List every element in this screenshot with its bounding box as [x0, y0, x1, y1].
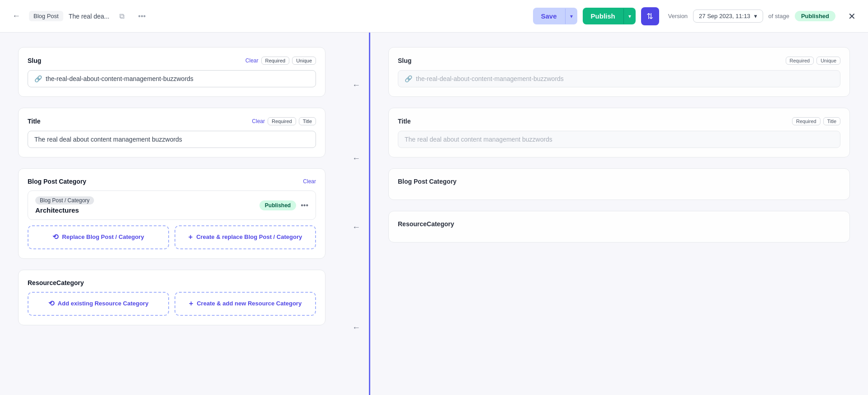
add-resource-category-button[interactable]: ⟲ Add existing Resource Category [28, 292, 169, 316]
right-panel: Slug Required Unique 🔗 the-real-deal-abo… [369, 33, 868, 395]
left-resource-category-section: ResourceCategory ⟲ Add existing Resource… [18, 270, 326, 325]
publish-caret-button[interactable]: ▾ [623, 9, 636, 24]
stage-published-badge: Published [795, 11, 835, 21]
left-slug-required: Required [261, 57, 290, 65]
left-title-required: Required [268, 117, 296, 125]
right-blog-category-section: Blog Post Category [388, 168, 850, 200]
blog-post-arrow-button[interactable]: ← [349, 220, 363, 234]
right-slug-link-icon: 🔗 [405, 75, 412, 82]
breadcrumb-title: The real dea... [69, 13, 109, 20]
create-resource-category-label: Create & add new Resource Category [197, 300, 302, 308]
more-button[interactable]: ••• [135, 9, 149, 24]
right-title-tag: Title [823, 117, 840, 125]
left-slug-section: Slug Clear Required Unique 🔗 the-real-de… [18, 47, 326, 97]
right-title-required: Required [792, 117, 821, 125]
left-blog-category-section: Blog Post Category Clear Blog Post / Cat… [18, 168, 326, 259]
left-blog-category-status: Published [259, 200, 296, 210]
right-slug-badges: Required Unique [786, 57, 841, 65]
breadcrumb-pill: Blog Post [29, 11, 63, 21]
version-select[interactable]: 27 Sep 2023, 11:13 ▾ [693, 10, 763, 23]
left-blog-category-clear[interactable]: Clear [303, 178, 316, 185]
create-replace-icon: + [189, 233, 193, 242]
right-title-badges: Required Title [792, 117, 840, 125]
left-blog-category-header: Blog Post Category Clear [28, 178, 316, 185]
back-icon: ← [12, 11, 20, 21]
add-resource-category-label: Add existing Resource Category [58, 300, 149, 308]
right-slug-unique: Unique [816, 57, 840, 65]
slug-arrow-icon: ← [352, 81, 360, 90]
left-slug-clear[interactable]: Clear [245, 57, 259, 64]
left-blog-category-right: Published ••• [259, 200, 308, 210]
right-slug-section: Slug Required Unique 🔗 the-real-deal-abo… [388, 47, 850, 97]
add-resource-icon: ⟲ [48, 299, 54, 309]
left-slug-header: Slug Clear Required Unique [28, 57, 316, 65]
left-slug-unique: Unique [292, 57, 316, 65]
right-slug-value: the-real-deal-about-content-management-b… [416, 75, 564, 82]
right-title-label: Title [398, 118, 411, 125]
title-arrow-icon: ← [352, 154, 360, 163]
publish-button-group: Publish ▾ [583, 8, 636, 24]
back-button[interactable]: ← [9, 9, 24, 24]
save-button-group: Save ▾ [533, 8, 577, 24]
slug-arrow-button[interactable]: ← [349, 78, 363, 92]
left-blog-category-label: Blog Post Category [28, 178, 86, 185]
swap-icon: ⇅ [646, 11, 653, 21]
slug-link-icon: 🔗 [34, 75, 42, 82]
create-replace-blog-category-label: Create & replace Blog Post / Category [196, 233, 302, 241]
left-resource-category-header: ResourceCategory [28, 279, 316, 286]
left-panel: Slug Clear Required Unique 🔗 the-real-de… [0, 33, 344, 395]
save-caret-icon: ▾ [570, 13, 573, 19]
publish-main-button[interactable]: Publish [583, 8, 623, 24]
right-blog-category-label: Blog Post Category [398, 178, 457, 185]
resource-arrow-button[interactable]: ← [349, 320, 363, 335]
create-replace-blog-category-button[interactable]: + Create & replace Blog Post / Category [175, 225, 316, 249]
right-title-header: Title Required Title [398, 117, 840, 125]
create-resource-category-button[interactable]: + Create & add new Resource Category [175, 292, 316, 316]
version-caret-icon: ▾ [754, 13, 757, 19]
left-blog-category-name: Architectures [35, 206, 94, 214]
divider-column: ← ← ← ← [344, 33, 369, 395]
right-slug-header: Slug Required Unique [398, 57, 840, 65]
left-blog-category-more[interactable]: ••• [301, 201, 308, 209]
replace-blog-category-button[interactable]: ⟲ Replace Blog Post / Category [28, 225, 169, 249]
right-resource-category-header: ResourceCategory [398, 220, 840, 228]
right-title-value: The real deal about content management b… [405, 136, 552, 143]
left-title-clear[interactable]: Clear [252, 118, 265, 124]
title-arrow-button[interactable]: ← [349, 151, 363, 166]
save-caret-button[interactable]: ▾ [565, 9, 577, 24]
replace-icon: ⟲ [52, 233, 58, 242]
version-value: 27 Sep 2023, 11:13 [699, 13, 750, 19]
save-main-button[interactable]: Save [533, 8, 565, 24]
right-slug-label: Slug [398, 57, 411, 64]
left-slug-label: Slug [28, 57, 41, 64]
left-blog-category-breadcrumb: Blog Post / Category [35, 196, 94, 205]
create-resource-icon: + [189, 299, 193, 309]
left-title-input[interactable]: The real deal about content management b… [28, 131, 316, 148]
left-slug-badges: Clear Required Unique [245, 57, 316, 65]
left-title-label: Title [28, 118, 41, 125]
left-title-value: The real deal about content management b… [34, 136, 182, 143]
left-slug-value: the-real-deal-about-content-management-b… [46, 75, 193, 82]
copy-button[interactable]: ⧉ [115, 9, 129, 24]
right-slug-required: Required [786, 57, 814, 65]
right-title-input: The real deal about content management b… [398, 131, 840, 148]
copy-icon: ⧉ [119, 12, 124, 20]
left-blog-category-actions: ⟲ Replace Blog Post / Category + Create … [28, 225, 316, 249]
swap-button[interactable]: ⇅ [641, 7, 659, 25]
main-content: Slug Clear Required Unique 🔗 the-real-de… [0, 33, 868, 395]
left-resource-category-actions: ⟲ Add existing Resource Category + Creat… [28, 292, 316, 316]
close-button[interactable]: ✕ [844, 9, 859, 24]
version-label: Version [668, 13, 688, 19]
left-slug-input[interactable]: 🔗 the-real-deal-about-content-management… [28, 70, 316, 87]
right-resource-category-section: ResourceCategory [388, 211, 850, 243]
left-blog-category-item: Blog Post / Category Architectures Publi… [28, 190, 316, 220]
right-title-section: Title Required Title The real deal about… [388, 108, 850, 157]
right-blog-category-header: Blog Post Category [398, 178, 840, 185]
topbar: ← Blog Post The real dea... ⧉ ••• Save ▾… [0, 0, 868, 33]
publish-caret-icon: ▾ [628, 13, 631, 19]
right-slug-input: 🔗 the-real-deal-about-content-management… [398, 70, 840, 87]
replace-blog-category-label: Replace Blog Post / Category [62, 233, 144, 241]
left-title-header: Title Clear Required Title [28, 117, 316, 125]
blog-post-arrow-icon: ← [352, 223, 360, 232]
right-resource-category-label: ResourceCategory [398, 220, 454, 228]
